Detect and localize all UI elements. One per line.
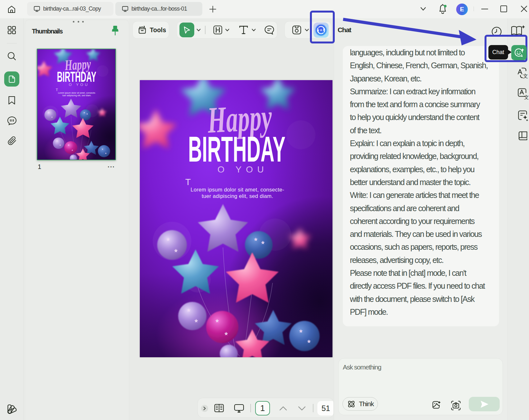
svg-text:BIRTHDAY: BIRTHDAY xyxy=(188,129,285,169)
svg-text:T: T xyxy=(56,88,58,92)
svg-text:BIRTHDAY: BIRTHDAY xyxy=(57,69,96,85)
svg-text:文: 文 xyxy=(523,73,528,79)
svg-text:O YOU: O YOU xyxy=(217,164,268,174)
svg-text:tuer adipiscing elit, sed diam: tuer adipiscing elit, sed diam. xyxy=(63,94,91,97)
svg-text:文: 文 xyxy=(524,95,529,99)
svg-text:T: T xyxy=(185,177,191,187)
svg-text:Lorem ipsum dolor sit amet, co: Lorem ipsum dolor sit amet, consecte- xyxy=(191,187,284,192)
svg-text:Lorem ipsum dolor sit amet, co: Lorem ipsum dolor sit amet, consecte- xyxy=(58,92,96,94)
svg-text:tuer adipiscing elit, sed diam: tuer adipiscing elit, sed diam. xyxy=(202,193,273,199)
svg-text:O YOU: O YOU xyxy=(69,83,90,87)
